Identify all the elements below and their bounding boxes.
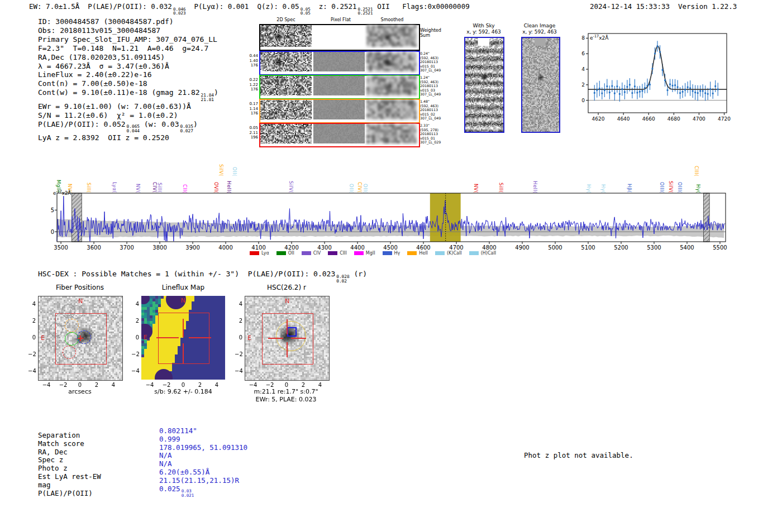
x-tick-label: 3600 (87, 245, 101, 251)
hsc-crosshair (287, 342, 288, 357)
y-tick-label: −4 (131, 368, 139, 374)
legend-item: (K)CaII (435, 251, 462, 256)
weighted-sum-label: WeightedSum (420, 28, 441, 38)
spec2d-row-meta: 0.24"(592, 463)20180113v015_01307_LL_049 (420, 51, 441, 73)
stacked-uncertainty: 0.0460.023 (173, 7, 186, 16)
x-tick-label: 2 (91, 382, 102, 388)
data-point (652, 68, 654, 70)
spec2d-row-meta: 1.48"(592, 463)20180113v015_02307_LL_049 (420, 99, 441, 121)
data-point (707, 93, 709, 95)
x-tick-label: 4500 (383, 245, 397, 251)
stacked-uncertainty: 0.0350.027 (180, 124, 193, 133)
legend-item: HeII (407, 251, 428, 256)
text-segment: OII Flags:0x00000009 (373, 2, 470, 11)
hsc-caption-2: EWr: 5, PLAE: 0.023 (225, 396, 347, 403)
weight-value: 176 (245, 87, 258, 92)
2d-spec-image (260, 76, 312, 95)
weight-value: 0.05 (245, 126, 258, 131)
spec2d-column-header: Pixel Flat (321, 17, 360, 22)
legend-swatch (328, 251, 337, 255)
meta-line: 307_LL_049 (420, 92, 441, 97)
spec2d-column-header: 2D Spec (266, 17, 306, 22)
data-point (717, 89, 719, 90)
spectrum-flux-units-label: e-17x2Å (53, 189, 71, 196)
weight-value: 1.22 (245, 83, 258, 88)
data-point (659, 51, 661, 53)
match-row-value: 178.019965, 51.091310 (159, 443, 247, 452)
gaussian-fit-line (588, 46, 727, 89)
text-segment: P(Lyα): 0.001 Q(z): 0.05 (185, 2, 299, 11)
data-point (642, 90, 643, 92)
text-segment: (r) (350, 270, 367, 278)
cutout-image: NE (245, 296, 330, 381)
legend-label: (H)CaII (481, 251, 496, 256)
legend-label: CIV (313, 251, 321, 256)
info-line: S/N = 11.2(±0.6) χ² = 1.0(±0.2) (38, 111, 218, 120)
y-tick-label: −2 (131, 351, 139, 357)
y-tick-label: 4 (581, 66, 585, 72)
text-segment: N/A (159, 451, 172, 459)
meta-line: 0.24" (420, 51, 441, 56)
data-point (644, 87, 646, 89)
meta-line: v015_01 (420, 64, 441, 69)
fiber-circle (65, 332, 79, 346)
info-line: P(LAE)/P(OII): 0.0520.0650.044 (w: 0.030… (38, 120, 218, 134)
compass-north: N (181, 297, 185, 304)
info-line: F=2.3" T=0.148 N=1.21 A=0.46 g=24.7 (38, 44, 218, 53)
match-row-value: 0.0250.030.021 (159, 485, 194, 498)
weight-value: 0.44 (245, 54, 258, 59)
legend-swatch (407, 251, 417, 255)
x-tick-label: −2 (264, 382, 275, 388)
y-tick-label: 0 (131, 334, 139, 341)
data-point (687, 87, 689, 88)
info-line: Obs: 20180113v015_3000484587 (38, 26, 218, 35)
x-tick-label: 4 (108, 382, 119, 388)
text-segment: 178.019965, 51.091310 (159, 443, 247, 452)
elixer-report: EW: 7.0±1.5Å P(LAE)/P(OII): 0.0320.0460.… (0, 0, 782, 532)
x-tick-label: 5100 (581, 245, 595, 251)
x-tick-label: 4680 (667, 116, 680, 122)
match-row-label: mag (38, 481, 51, 489)
match-row-label: P(LAE)/P(OII) (38, 489, 93, 497)
lineflux-crosshair (156, 337, 179, 338)
header-summary: EW: 7.0±1.5Å P(LAE)/P(OII): 0.0320.0460.… (29, 2, 470, 16)
x-tick-label: 5200 (614, 245, 628, 251)
inset-flux-units-label: e-17x2Å (590, 34, 608, 41)
weight-value: 1.40 (245, 59, 258, 64)
x-tick-label: 4200 (284, 245, 298, 251)
meta-line: 307_LL_029 (420, 140, 441, 145)
text-segment: 21.15(21.15,21.15)R (159, 476, 239, 485)
legend-label: OII (288, 251, 294, 256)
pixel-flat-image (313, 25, 365, 47)
y-tick-label: 0 (51, 229, 54, 235)
info-line: Cont(w) = 9.10(±0.11)e-18 (gmag 21.8221.… (38, 88, 218, 102)
hsc-crosshair (268, 338, 283, 339)
text-segment: LineFlux = 2.40(±0.22)e-16 (38, 70, 152, 79)
smoothed-image (366, 100, 417, 119)
clean-image (521, 37, 560, 133)
x-tick-label: 4720 (718, 116, 731, 122)
text-segment: Cont(w) = 9.10(±0.11)e-18 (gmag 21.82 (38, 88, 200, 97)
x-tick-label: 5300 (647, 245, 661, 251)
meta-line: v015_01 (420, 136, 441, 141)
clean-noise (522, 38, 559, 132)
text-segment: λ = 4667.23Å σ = 3.47(±0.36)Å (38, 62, 169, 70)
y-tick-label: 0 (235, 334, 242, 341)
data-point (677, 87, 679, 88)
data-point (601, 93, 603, 94)
data-point (611, 85, 613, 87)
weighted-sum-line: Weighted (420, 28, 441, 33)
match-row-value: N/A (159, 451, 172, 459)
text-segment: RA,Dec (178.020203,51.091145) (38, 53, 165, 61)
y-tick-label: −4 (235, 368, 242, 374)
spec2d-row-weights: 0.171.14176 (245, 102, 258, 116)
fiber-circle (46, 333, 60, 347)
meta-line: 1.24" (420, 75, 441, 80)
line-fit-plot-svg: 46204640466046804700472002468 (578, 28, 735, 124)
text-segment: 0.802114" (159, 426, 197, 435)
x-tick-label: 4100 (251, 245, 265, 251)
smoothed-image (366, 52, 417, 71)
text-segment: F=2.3" T=0.148 N=1.21 A=0.46 g=24.7 (38, 44, 208, 52)
data-point (604, 89, 605, 91)
x-tick-label: 4 (211, 382, 222, 388)
